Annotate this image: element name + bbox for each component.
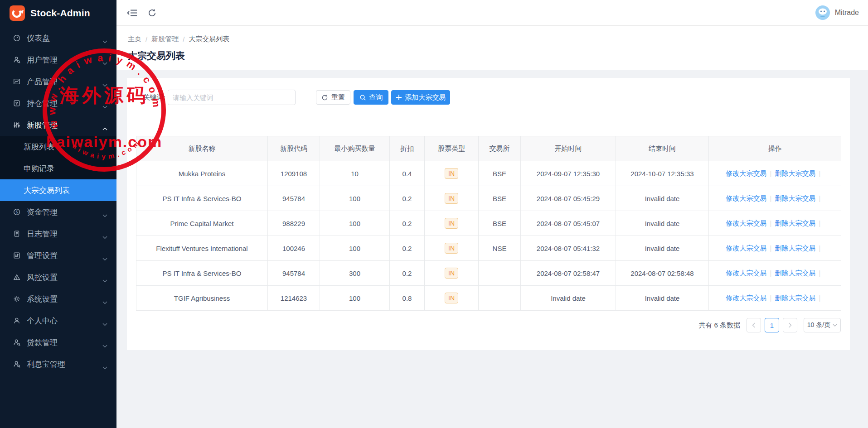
edit-block-trade-link[interactable]: 修改大宗交易 [726, 269, 767, 277]
sidebar-item-positions[interactable]: 持仓管理 [0, 92, 116, 114]
sidebar-item-products[interactable]: 产品管理 [0, 71, 116, 92]
cell-actions: 修改大宗交易|删除大宗交易| [709, 211, 841, 236]
table-row: PS IT Infra & Services-BO 945784 300 0.2… [136, 261, 841, 286]
svg-text:$: $ [15, 210, 18, 214]
add-block-trade-button[interactable]: 添加大宗交易 [391, 90, 450, 105]
user-name: Mitrade [835, 9, 859, 17]
risk-icon [13, 273, 21, 281]
edit-block-trade-link[interactable]: 修改大宗交易 [726, 194, 767, 202]
pagination: 共有 6 条数据 1 10 条/页 [698, 318, 841, 332]
cell-type: IN [425, 211, 479, 236]
sidebar-item-funds[interactable]: $ 资金管理 [0, 201, 116, 223]
cell-exchange: NSE [479, 236, 521, 261]
delete-block-trade-link[interactable]: 删除大宗交易 [775, 219, 816, 227]
topbar: Mitrade [116, 0, 868, 26]
cell-end: Invalid date [616, 286, 709, 311]
cell-start: 2024-09-07 12:35:30 [521, 161, 616, 186]
app-logo-row[interactable]: Stock-Admin [0, 0, 116, 26]
sidebar-item-profile[interactable]: 个人中心 [0, 310, 116, 332]
cell-exchange: BSE [479, 186, 521, 211]
gauge-icon [13, 34, 21, 42]
reset-button[interactable]: 重置 [316, 90, 350, 105]
avatar [815, 5, 830, 20]
sidebar-item-system-settings[interactable]: 系统设置 [0, 288, 116, 310]
plus-icon [396, 94, 402, 101]
delete-block-trade-link[interactable]: 删除大宗交易 [775, 269, 816, 277]
sidebar-item-label: 仪表盘 [27, 33, 50, 43]
chart-icon [13, 77, 21, 86]
sidebar-menu: 仪表盘 用户管理 产品管理 持仓管理 新股管理 [0, 26, 116, 375]
cell-name: PS IT Infra & Services-BO [136, 261, 268, 286]
col-header-exchange: 交易所 [479, 136, 521, 161]
user-menu[interactable]: Mitrade [815, 5, 859, 20]
reset-button-label: 重置 [331, 93, 345, 102]
cell-name: Prime Capital Market [136, 211, 268, 236]
chevron-down-icon [102, 211, 107, 220]
page-size-select[interactable]: 10 条/页 [804, 318, 841, 332]
page-number-button[interactable]: 1 [765, 318, 779, 332]
chevron-up-icon [102, 124, 107, 133]
sidebar-item-logs[interactable]: 日志管理 [0, 223, 116, 245]
sidebar-item-admin-settings[interactable]: 管理设置 [0, 245, 116, 266]
cell-actions: 修改大宗交易|删除大宗交易| [709, 161, 841, 186]
cell-discount: 0.2 [390, 211, 425, 236]
user-search-icon [13, 56, 21, 64]
chevron-left-icon [752, 322, 756, 328]
cell-code: 100246 [268, 236, 320, 261]
delete-block-trade-link[interactable]: 删除大宗交易 [775, 244, 816, 252]
query-button[interactable]: 查询 [354, 90, 388, 105]
sidebar: Stock-Admin 仪表盘 用户管理 产品管理 持仓管理 [0, 0, 116, 428]
page-title: 大宗交易列表 [128, 49, 868, 62]
col-header-type: 股票类型 [425, 136, 479, 161]
keyword-input[interactable] [168, 90, 296, 105]
table-row: Prime Capital Market 988229 100 0.2 IN B… [136, 211, 841, 236]
sidebar-item-interest[interactable]: 利息宝管理 [0, 353, 116, 375]
interest-icon [13, 360, 21, 368]
content: 关键词: 重置 查询 添加大宗交易 [116, 70, 868, 428]
edit-block-trade-link[interactable]: 修改大宗交易 [726, 169, 767, 177]
sidebar-item-dashboard[interactable]: 仪表盘 [0, 27, 116, 49]
cell-actions: 修改大宗交易|删除大宗交易| [709, 261, 841, 286]
next-page-button[interactable] [783, 318, 797, 332]
cell-code: 945784 [268, 261, 320, 286]
breadcrumb-new-stock[interactable]: 新股管理 [151, 35, 179, 43]
cell-type: IN [425, 186, 479, 211]
sidebar-item-users[interactable]: 用户管理 [0, 49, 116, 71]
edit-block-trade-link[interactable]: 修改大宗交易 [726, 244, 767, 252]
edit-block-trade-link[interactable]: 修改大宗交易 [726, 219, 767, 227]
sidebar-collapse-icon[interactable] [127, 9, 137, 17]
sidebar-item-new-stock-list[interactable]: 新股列表 [0, 136, 116, 158]
cell-discount: 0.8 [390, 286, 425, 311]
cell-start: Invalid date [521, 286, 616, 311]
cell-name: Flexituff Ventures International [136, 236, 268, 261]
refresh-icon[interactable] [147, 8, 157, 18]
breadcrumb-section: 主页 / 新股管理 / 大宗交易列表 大宗交易列表 [116, 26, 868, 70]
sidebar-item-loans[interactable]: 贷款管理 [0, 332, 116, 353]
cell-end: 2024-08-07 02:58:48 [616, 261, 709, 286]
sidebar-item-risk-settings[interactable]: 风控设置 [0, 266, 116, 288]
breadcrumb-current: 大宗交易列表 [189, 35, 229, 43]
cell-name: TGIF Agribusiness [136, 286, 268, 311]
cell-type: IN [425, 286, 479, 311]
cell-start: 2024-08-07 02:58:47 [521, 261, 616, 286]
delete-block-trade-link[interactable]: 删除大宗交易 [775, 294, 816, 302]
breadcrumb-separator: / [145, 35, 147, 43]
sidebar-item-subscription-records[interactable]: 申购记录 [0, 158, 116, 179]
chevron-down-icon [102, 341, 107, 350]
breadcrumb-home[interactable]: 主页 [128, 35, 141, 43]
sidebar-item-new-stock[interactable]: 新股管理 [0, 114, 116, 136]
cell-start: 2024-08-07 05:41:32 [521, 236, 616, 261]
prev-page-button[interactable] [747, 318, 761, 332]
delete-block-trade-link[interactable]: 删除大宗交易 [775, 169, 816, 177]
table-row: TGIF Agribusiness 1214623 100 0.8 IN Inv… [136, 286, 841, 311]
keyword-label: 关键词: [137, 90, 165, 105]
edit-block-trade-link[interactable]: 修改大宗交易 [726, 294, 767, 302]
chevron-down-icon [102, 232, 107, 241]
delete-block-trade-link[interactable]: 删除大宗交易 [775, 194, 816, 202]
col-header-start: 开始时间 [521, 136, 616, 161]
chevron-down-icon [102, 102, 107, 111]
cell-type: IN [425, 261, 479, 286]
app-logo-icon [9, 5, 25, 21]
sidebar-item-block-trade-list[interactable]: 大宗交易列表 [0, 179, 116, 201]
cell-actions: 修改大宗交易|删除大宗交易| [709, 286, 841, 311]
